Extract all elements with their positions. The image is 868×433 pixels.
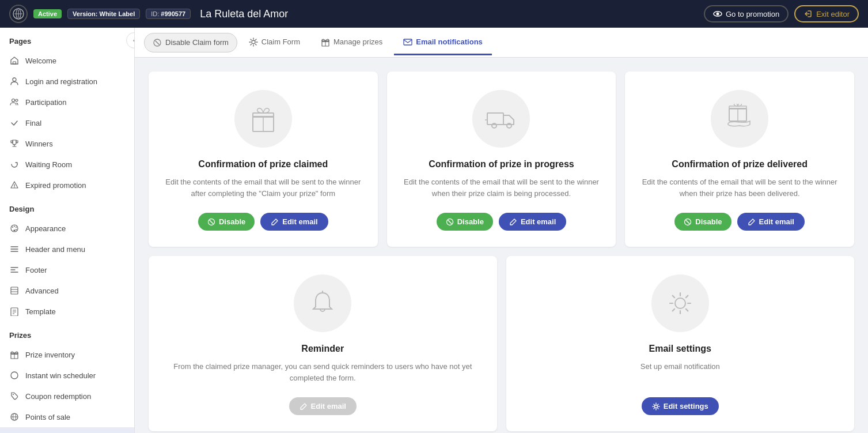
sidebar-item-winners[interactable]: Winners bbox=[0, 133, 134, 154]
user-icon bbox=[9, 76, 20, 86]
refresh-icon bbox=[9, 159, 20, 170]
palette-icon bbox=[9, 223, 20, 234]
check-icon bbox=[9, 118, 20, 128]
sidebar-item-instant-win[interactable]: Instant win scheduler bbox=[0, 365, 134, 386]
svg-line-61 bbox=[686, 220, 689, 224]
tab-disable-claim[interactable]: Disable Claim form bbox=[144, 33, 237, 52]
sidebar-item-waiting-room[interactable]: Waiting Room bbox=[0, 154, 134, 175]
card-prize-claimed-desc: Edit the contents of the email that will… bbox=[162, 176, 364, 199]
id-badge: ID: #990577 bbox=[146, 9, 191, 19]
sidebar-item-label: Advanced bbox=[25, 287, 59, 295]
sidebar-item-template[interactable]: Template bbox=[0, 301, 134, 322]
svg-rect-45 bbox=[404, 39, 412, 45]
svg-point-63 bbox=[675, 298, 685, 308]
svg-point-11 bbox=[12, 227, 13, 228]
bell-illustration bbox=[308, 288, 338, 318]
version-badge: Version: White Label bbox=[67, 9, 140, 19]
card-prize-progress-actions: Disable Edit email bbox=[437, 213, 567, 231]
edit-prize-claimed-button[interactable]: Edit email bbox=[260, 213, 328, 231]
sidebar-item-coupon[interactable]: Coupon redemption bbox=[0, 386, 134, 406]
globe-icon bbox=[9, 412, 20, 422]
email-cards-row2: Reminder From the claimed prize manager,… bbox=[149, 256, 854, 431]
sidebar-item-label: Login and registration bbox=[25, 77, 97, 86]
sidebar-item-header[interactable]: Header and menu bbox=[0, 239, 134, 259]
gear-icon-circle bbox=[651, 274, 709, 332]
home-icon bbox=[9, 55, 20, 66]
sidebar-item-advanced[interactable]: Advanced bbox=[0, 280, 134, 301]
svg-rect-59 bbox=[729, 106, 746, 109]
sidebar-item-appearance[interactable]: Appearance bbox=[0, 218, 134, 239]
card-prize-claimed-actions: Disable Edit email bbox=[198, 213, 328, 231]
sidebar-item-label: Final bbox=[25, 119, 41, 127]
card-reminder-actions: Edit email bbox=[289, 397, 357, 415]
svg-point-41 bbox=[252, 40, 255, 44]
edit-prize-progress-button[interactable]: Edit email bbox=[499, 213, 566, 231]
card-prize-delivered: Confirmation of prize delivered Edit the… bbox=[625, 71, 854, 247]
exit-editor-button[interactable]: Exit editor bbox=[794, 5, 859, 22]
gift-box-icon-circle bbox=[234, 90, 292, 148]
tab-claim-form[interactable]: Claim Form bbox=[240, 31, 309, 55]
disable-prize-claimed-button[interactable]: Disable bbox=[198, 213, 255, 231]
edit-prize-delivered-button[interactable]: Edit email bbox=[737, 213, 805, 231]
sidebar-item-label: Participation bbox=[25, 98, 67, 107]
sidebar-item-login[interactable]: Login and registration bbox=[0, 71, 134, 92]
svg-rect-19 bbox=[11, 287, 18, 294]
content-area: Confirmation of prize claimed Edit the c… bbox=[135, 58, 868, 433]
sidebar-item-expired[interactable]: Expired promotion bbox=[0, 175, 134, 195]
email-cards-row1: Confirmation of prize claimed Edit the c… bbox=[149, 71, 854, 247]
advanced-icon bbox=[9, 285, 20, 296]
exit-icon bbox=[803, 9, 813, 18]
disable-prize-delivered-button[interactable]: Disable bbox=[674, 213, 731, 231]
card-prize-progress-title: Confirmation of prize in progress bbox=[429, 159, 574, 170]
gift-tab-icon bbox=[321, 37, 330, 47]
sidebar-item-footer[interactable]: Footer bbox=[0, 259, 134, 280]
users-icon bbox=[9, 97, 20, 107]
circle-icon bbox=[9, 370, 20, 381]
main-content: Disable Claim form Claim Form Manage pri… bbox=[135, 28, 868, 433]
edit-settings-button[interactable]: Edit settings bbox=[642, 397, 719, 415]
sidebar-item-pos[interactable]: Points of sale bbox=[0, 406, 134, 427]
sidebar-item-participation[interactable]: Participation bbox=[0, 92, 134, 112]
svg-point-7 bbox=[16, 99, 18, 101]
gift-box-illustration bbox=[248, 104, 278, 134]
sidebar-item-claim-form[interactable]: Claim form bbox=[0, 427, 134, 433]
svg-rect-4 bbox=[13, 62, 16, 64]
edit-reminder-button[interactable]: Edit email bbox=[289, 397, 357, 415]
menu-icon bbox=[9, 244, 20, 254]
edit-icon bbox=[748, 218, 756, 226]
svg-point-29 bbox=[11, 372, 18, 379]
gift-hand-icon-circle bbox=[711, 90, 768, 148]
card-prize-progress-desc: Edit the contents of the email that will… bbox=[401, 176, 602, 199]
toggle-icon bbox=[153, 38, 162, 47]
eye-icon bbox=[713, 9, 722, 18]
disable-icon bbox=[684, 218, 692, 226]
sidebar-item-final[interactable]: Final bbox=[0, 112, 134, 133]
card-reminder-desc: From the claimed prize manager, you can … bbox=[162, 361, 483, 383]
sidebar-section-design: Design bbox=[0, 195, 134, 218]
svg-point-9 bbox=[14, 187, 14, 187]
goto-promotion-button[interactable]: Go to promotion bbox=[704, 5, 789, 22]
trophy-icon bbox=[9, 138, 20, 149]
card-reminder: Reminder From the claimed prize manager,… bbox=[149, 256, 497, 431]
sidebar-section-prizes: Prizes bbox=[0, 322, 134, 344]
card-prize-progress: Confirmation of prize in progress Edit t… bbox=[387, 71, 616, 247]
delivery-illustration bbox=[485, 104, 517, 134]
tab-email-notifications[interactable]: Email notifications bbox=[394, 31, 492, 55]
disable-prize-progress-button[interactable]: Disable bbox=[437, 213, 493, 231]
sidebar-item-prize-inventory[interactable]: Prize inventory bbox=[0, 344, 134, 365]
sidebar-item-welcome[interactable]: Welcome bbox=[0, 50, 134, 71]
delivery-icon-circle bbox=[472, 90, 530, 148]
edit-icon bbox=[271, 218, 279, 226]
svg-line-56 bbox=[448, 220, 452, 224]
sidebar-item-label: Points of sale bbox=[25, 413, 70, 421]
status-badge-active: Active bbox=[33, 9, 62, 18]
svg-point-15 bbox=[13, 229, 16, 232]
bell-icon-circle bbox=[294, 274, 351, 332]
mail-tab-icon bbox=[403, 37, 412, 47]
edit-disabled-icon bbox=[300, 402, 308, 411]
tab-manage-prizes[interactable]: Manage prizes bbox=[312, 31, 392, 55]
card-prize-claimed: Confirmation of prize claimed Edit the c… bbox=[149, 71, 378, 247]
gear-illustration bbox=[665, 288, 695, 318]
gift-hand-illustration bbox=[723, 104, 756, 134]
app-logo[interactable] bbox=[9, 5, 28, 23]
